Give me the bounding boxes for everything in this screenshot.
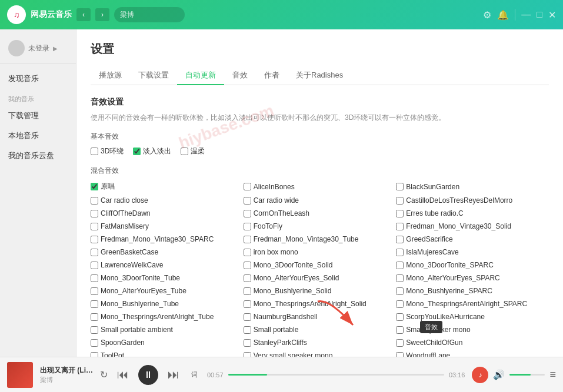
menu-button[interactable]: ≡: [549, 368, 556, 381]
effect-checkbox[interactable]: [244, 197, 251, 205]
effect-item[interactable]: ScorpYouLikeAHurricane: [396, 311, 549, 322]
effect-3d[interactable]: 3D环绕: [91, 146, 124, 156]
effect-item[interactable]: Mono_Bushlyerine_SPARC: [396, 286, 549, 296]
effect-checkbox[interactable]: [91, 249, 98, 256]
effect-item[interactable]: NaumburgBandshell: [244, 311, 397, 322]
effect-checkbox[interactable]: [396, 197, 404, 205]
tab-about[interactable]: 关于Radishes: [288, 66, 351, 85]
effect-item[interactable]: Mono_3DoorTonite_SPARC: [396, 260, 549, 270]
effect-checkbox[interactable]: [91, 236, 98, 243]
user-area[interactable]: 未登录 ▶: [0, 35, 76, 64]
repeat-button[interactable]: ↻: [100, 369, 108, 380]
effect-checkbox[interactable]: [244, 274, 251, 282]
effect-item[interactable]: Mono_ThespringsArentAlright_SPARC: [396, 299, 549, 309]
effect-checkbox[interactable]: [91, 352, 98, 357]
effect-checkbox[interactable]: [396, 236, 404, 243]
effect-checkbox[interactable]: [91, 183, 98, 190]
effect-checkbox[interactable]: [244, 339, 251, 347]
effect-item[interactable]: SweetChildOfGun: [396, 337, 549, 348]
effect-item[interactable]: Small portable ambient: [91, 324, 244, 335]
volume-bar[interactable]: [509, 374, 545, 376]
tab-author[interactable]: 作者: [256, 66, 288, 85]
lyric-button[interactable]: 词: [191, 370, 198, 379]
effect-checkbox[interactable]: [396, 313, 404, 321]
effect-item[interactable]: Car radio close: [91, 195, 244, 206]
effect-item[interactable]: Erres tube radio.C: [396, 208, 549, 219]
effect-item[interactable]: LawrenceWelkCave: [91, 260, 244, 270]
effect-item[interactable]: StanleyParkCliffs: [244, 337, 397, 348]
effect-item[interactable]: CliffOfTheDawn: [91, 208, 244, 219]
effect-checkbox[interactable]: [396, 249, 404, 256]
effect-item[interactable]: CastilloDeLosTresReyesDelMorro: [396, 195, 549, 206]
close-button[interactable]: ✕: [548, 9, 556, 21]
settings-icon[interactable]: ⚙: [483, 9, 491, 21]
effect-item[interactable]: FatMansMisery: [91, 221, 244, 232]
effect-checkbox[interactable]: [244, 287, 251, 295]
bell-icon[interactable]: 🔔: [497, 9, 509, 21]
effect-item[interactable]: CornOnTheLeash: [244, 208, 397, 219]
effect-checkbox[interactable]: [91, 223, 98, 230]
effect-item[interactable]: Mono_Bushlyerine_Tube: [91, 299, 244, 309]
effect-item[interactable]: Mono_AlterYourEyes_Solid: [244, 273, 397, 283]
effect-item[interactable]: BlackSunGarden: [396, 180, 549, 193]
sidebar-item-download[interactable]: 下载管理: [0, 106, 76, 126]
effect-item[interactable]: Small portable: [244, 324, 397, 335]
effect-item[interactable]: iron box mono: [244, 247, 397, 257]
search-bar[interactable]: 梁博: [114, 7, 185, 22]
effect-checkbox[interactable]: [396, 210, 404, 217]
effect-item[interactable]: Very small speaker mono: [244, 350, 397, 357]
effect-checkbox[interactable]: [91, 274, 98, 282]
maximize-button[interactable]: □: [537, 9, 542, 20]
effect-item[interactable]: Fredman_Mono_Vintage30_SPARC: [91, 234, 244, 244]
effect-checkbox[interactable]: [244, 249, 251, 256]
effect-gentle[interactable]: 温柔: [181, 146, 205, 156]
effect-item[interactable]: WoodruffLane: [396, 350, 549, 357]
effect-item[interactable]: SpoonGarden: [91, 337, 244, 348]
effect-checkbox[interactable]: [396, 223, 404, 230]
effect-item[interactable]: AliceInBones: [244, 180, 397, 193]
tab-autoupdate[interactable]: 自动更新: [177, 66, 224, 85]
nav-forward-button[interactable]: ›: [95, 8, 109, 21]
effect-fadein[interactable]: 淡入淡出: [133, 146, 171, 156]
effect-checkbox[interactable]: [396, 326, 404, 334]
effect-checkbox[interactable]: [91, 339, 98, 347]
effect-item[interactable]: Mono_Bushlyerine_Solid: [244, 286, 397, 296]
effect-checkbox[interactable]: [91, 210, 98, 217]
sidebar-item-discover[interactable]: 发现音乐: [0, 69, 76, 89]
effect-fadein-checkbox[interactable]: [133, 148, 141, 155]
effect-item[interactable]: Mono_3DoorTonite_Solid: [244, 260, 397, 270]
effect-item[interactable]: IslaMujeresCave: [396, 247, 549, 257]
tab-source[interactable]: 播放源: [91, 66, 130, 85]
sidebar-item-cloud[interactable]: 我的音乐云盘: [0, 146, 76, 166]
nav-back-button[interactable]: ‹: [76, 8, 91, 21]
effect-item[interactable]: GreenBasketCase: [91, 247, 244, 257]
effect-item[interactable]: Car radio wide: [244, 195, 397, 206]
effect-item[interactable]: Small speaker mono: [396, 324, 549, 335]
effect-item[interactable]: ToolPot: [91, 350, 244, 357]
effect-checkbox[interactable]: [244, 300, 251, 308]
effect-checkbox[interactable]: [244, 352, 251, 357]
effect-checkbox[interactable]: [244, 236, 251, 243]
effect-checkbox[interactable]: [396, 352, 404, 357]
pause-button[interactable]: ⏸: [138, 365, 158, 385]
effect-checkbox[interactable]: [396, 183, 404, 190]
effect-item[interactable]: FooToFly: [244, 221, 397, 232]
effect-checkbox[interactable]: [91, 197, 98, 205]
effect-gentle-checkbox[interactable]: [181, 148, 188, 155]
effect-item[interactable]: 原唱: [91, 180, 244, 193]
effect-checkbox[interactable]: [396, 274, 404, 282]
effect-item[interactable]: Mono_ThespringsArentAlright_Tube: [91, 311, 244, 322]
effect-checkbox[interactable]: [91, 262, 98, 269]
tab-effects[interactable]: 音效: [224, 66, 256, 85]
effect-checkbox[interactable]: [244, 326, 251, 334]
effect-checkbox[interactable]: [91, 313, 98, 321]
effect-item[interactable]: Mono_AlterYourEyes_SPARC: [396, 273, 549, 283]
effect-checkbox[interactable]: [91, 300, 98, 308]
effect-checkbox[interactable]: [91, 326, 98, 334]
effect-checkbox[interactable]: [244, 313, 251, 321]
effect-checkbox[interactable]: [396, 262, 404, 269]
effect-item[interactable]: Fredman_Mono_Vintage30_Solid: [396, 221, 549, 232]
effect-checkbox[interactable]: [244, 210, 251, 217]
effect-checkbox[interactable]: [91, 287, 98, 295]
effect-item[interactable]: Mono_ThespringsArentAlright_Solid: [244, 299, 397, 309]
